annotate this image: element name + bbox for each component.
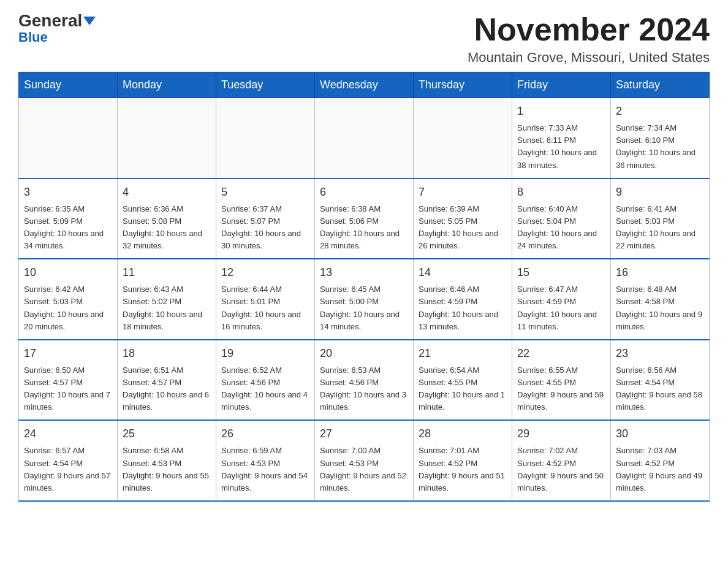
day-info: Sunrise: 6:41 AMSunset: 5:03 PMDaylight:…: [616, 203, 704, 253]
day-info: Sunrise: 6:46 AMSunset: 4:59 PMDaylight:…: [419, 283, 507, 333]
day-info: Sunrise: 6:59 AMSunset: 4:53 PMDaylight:…: [221, 445, 309, 494]
day-info: Sunrise: 6:42 AMSunset: 5:03 PMDaylight:…: [24, 283, 112, 333]
day-info: Sunrise: 7:00 AMSunset: 4:53 PMDaylight:…: [320, 445, 408, 494]
week-row-1: 1Sunrise: 7:33 AMSunset: 6:11 PMDaylight…: [19, 98, 710, 178]
month-title: November 2024: [468, 12, 710, 47]
day-info: Sunrise: 6:45 AMSunset: 5:00 PMDaylight:…: [320, 283, 408, 333]
day-number: 13: [320, 264, 408, 281]
table-row: 30Sunrise: 7:03 AMSunset: 4:52 PMDayligh…: [611, 420, 710, 501]
header-wednesday: Wednesday: [315, 72, 414, 98]
table-row: 10Sunrise: 6:42 AMSunset: 5:03 PMDayligh…: [19, 259, 118, 340]
day-number: 28: [419, 426, 507, 442]
day-number: 3: [24, 184, 112, 201]
day-info: Sunrise: 7:33 AMSunset: 6:11 PMDaylight:…: [517, 122, 605, 172]
table-row: 22Sunrise: 6:55 AMSunset: 4:55 PMDayligh…: [512, 340, 611, 421]
table-row: 9Sunrise: 6:41 AMSunset: 5:03 PMDaylight…: [611, 178, 710, 259]
table-row: 20Sunrise: 6:53 AMSunset: 4:56 PMDayligh…: [315, 340, 414, 421]
day-number: 1: [517, 103, 605, 120]
day-number: 4: [123, 184, 211, 201]
day-number: 24: [24, 426, 112, 442]
day-info: Sunrise: 6:38 AMSunset: 5:06 PMDaylight:…: [320, 203, 408, 253]
day-number: 6: [320, 184, 408, 201]
day-info: Sunrise: 6:54 AMSunset: 4:55 PMDaylight:…: [419, 364, 507, 414]
day-number: 21: [419, 345, 507, 362]
day-info: Sunrise: 6:52 AMSunset: 4:56 PMDaylight:…: [221, 364, 309, 414]
day-number: 14: [419, 264, 507, 281]
table-row: 27Sunrise: 7:00 AMSunset: 4:53 PMDayligh…: [315, 420, 414, 501]
calendar-table: SundayMondayTuesdayWednesdayThursdayFrid…: [18, 72, 710, 502]
table-row: [118, 98, 216, 178]
table-row: 29Sunrise: 7:02 AMSunset: 4:52 PMDayligh…: [512, 420, 611, 501]
header-sunday: Sunday: [19, 72, 118, 98]
header-tuesday: Tuesday: [216, 72, 315, 98]
day-number: 23: [616, 345, 704, 362]
logo-general-text: General: [18, 12, 82, 29]
day-number: 27: [320, 426, 408, 442]
day-info: Sunrise: 6:50 AMSunset: 4:57 PMDaylight:…: [24, 364, 112, 414]
table-row: 16Sunrise: 6:48 AMSunset: 4:58 PMDayligh…: [611, 259, 710, 340]
day-number: 11: [123, 264, 211, 281]
logo-blue-text: Blue: [18, 29, 48, 45]
day-number: 20: [320, 345, 408, 362]
day-info: Sunrise: 6:43 AMSunset: 5:02 PMDaylight:…: [123, 283, 211, 333]
day-number: 26: [221, 426, 309, 442]
day-number: 2: [616, 103, 704, 120]
day-number: 8: [517, 184, 605, 201]
day-number: 5: [221, 184, 309, 201]
calendar-body: 1Sunrise: 7:33 AMSunset: 6:11 PMDaylight…: [19, 98, 710, 501]
table-row: 8Sunrise: 6:40 AMSunset: 5:04 PMDaylight…: [512, 178, 611, 259]
table-row: 17Sunrise: 6:50 AMSunset: 4:57 PMDayligh…: [19, 340, 118, 421]
calendar-header: SundayMondayTuesdayWednesdayThursdayFrid…: [19, 72, 710, 98]
table-row: 4Sunrise: 6:36 AMSunset: 5:08 PMDaylight…: [118, 178, 216, 259]
week-row-5: 24Sunrise: 6:57 AMSunset: 4:54 PMDayligh…: [19, 420, 710, 501]
table-row: 13Sunrise: 6:45 AMSunset: 5:00 PMDayligh…: [315, 259, 414, 340]
day-number: 9: [616, 184, 704, 201]
day-info: Sunrise: 6:44 AMSunset: 5:01 PMDaylight:…: [221, 283, 309, 333]
table-row: 1Sunrise: 7:33 AMSunset: 6:11 PMDaylight…: [512, 98, 611, 178]
day-info: Sunrise: 6:58 AMSunset: 4:53 PMDaylight:…: [123, 445, 211, 494]
day-number: 22: [517, 345, 605, 362]
table-row: 24Sunrise: 6:57 AMSunset: 4:54 PMDayligh…: [19, 420, 118, 501]
day-info: Sunrise: 6:57 AMSunset: 4:54 PMDaylight:…: [24, 445, 112, 494]
table-row: 6Sunrise: 6:38 AMSunset: 5:06 PMDaylight…: [315, 178, 414, 259]
table-row: 14Sunrise: 6:46 AMSunset: 4:59 PMDayligh…: [414, 259, 512, 340]
table-row: [315, 98, 414, 178]
day-number: 10: [24, 264, 112, 281]
day-info: Sunrise: 6:47 AMSunset: 4:59 PMDaylight:…: [517, 283, 605, 333]
day-number: 17: [24, 345, 112, 362]
day-info: Sunrise: 6:48 AMSunset: 4:58 PMDaylight:…: [616, 283, 704, 333]
table-row: 18Sunrise: 6:51 AMSunset: 4:57 PMDayligh…: [118, 340, 216, 421]
logo: General Blue: [18, 12, 96, 45]
day-number: 12: [221, 264, 309, 281]
table-row: [19, 98, 118, 178]
day-number: 16: [616, 264, 704, 281]
title-section: November 2024 Mountain Grove, Missouri, …: [468, 12, 710, 66]
day-number: 15: [517, 264, 605, 281]
week-row-2: 3Sunrise: 6:35 AMSunset: 5:09 PMDaylight…: [19, 178, 710, 259]
header-monday: Monday: [118, 72, 216, 98]
table-row: 12Sunrise: 6:44 AMSunset: 5:01 PMDayligh…: [216, 259, 315, 340]
day-info: Sunrise: 6:37 AMSunset: 5:07 PMDaylight:…: [221, 203, 309, 253]
table-row: 28Sunrise: 7:01 AMSunset: 4:52 PMDayligh…: [414, 420, 512, 501]
day-number: 7: [419, 184, 507, 201]
day-info: Sunrise: 7:02 AMSunset: 4:52 PMDaylight:…: [517, 445, 605, 494]
table-row: 19Sunrise: 6:52 AMSunset: 4:56 PMDayligh…: [216, 340, 315, 421]
table-row: 2Sunrise: 7:34 AMSunset: 6:10 PMDaylight…: [611, 98, 710, 178]
day-info: Sunrise: 7:01 AMSunset: 4:52 PMDaylight:…: [419, 445, 507, 494]
header-saturday: Saturday: [611, 72, 710, 98]
table-row: 11Sunrise: 6:43 AMSunset: 5:02 PMDayligh…: [118, 259, 216, 340]
day-number: 30: [616, 426, 704, 442]
header-friday: Friday: [512, 72, 611, 98]
day-number: 29: [517, 426, 605, 442]
week-row-4: 17Sunrise: 6:50 AMSunset: 4:57 PMDayligh…: [19, 340, 710, 421]
table-row: 5Sunrise: 6:37 AMSunset: 5:07 PMDaylight…: [216, 178, 315, 259]
day-info: Sunrise: 6:55 AMSunset: 4:55 PMDaylight:…: [517, 364, 605, 414]
table-row: 21Sunrise: 6:54 AMSunset: 4:55 PMDayligh…: [414, 340, 512, 421]
day-number: 19: [221, 345, 309, 362]
table-row: 26Sunrise: 6:59 AMSunset: 4:53 PMDayligh…: [216, 420, 315, 501]
table-row: [414, 98, 512, 178]
location-text: Mountain Grove, Missouri, United States: [468, 50, 710, 66]
day-info: Sunrise: 6:36 AMSunset: 5:08 PMDaylight:…: [123, 203, 211, 253]
table-row: 25Sunrise: 6:58 AMSunset: 4:53 PMDayligh…: [118, 420, 216, 501]
page-header: General Blue November 2024 Mountain Grov…: [18, 12, 710, 66]
